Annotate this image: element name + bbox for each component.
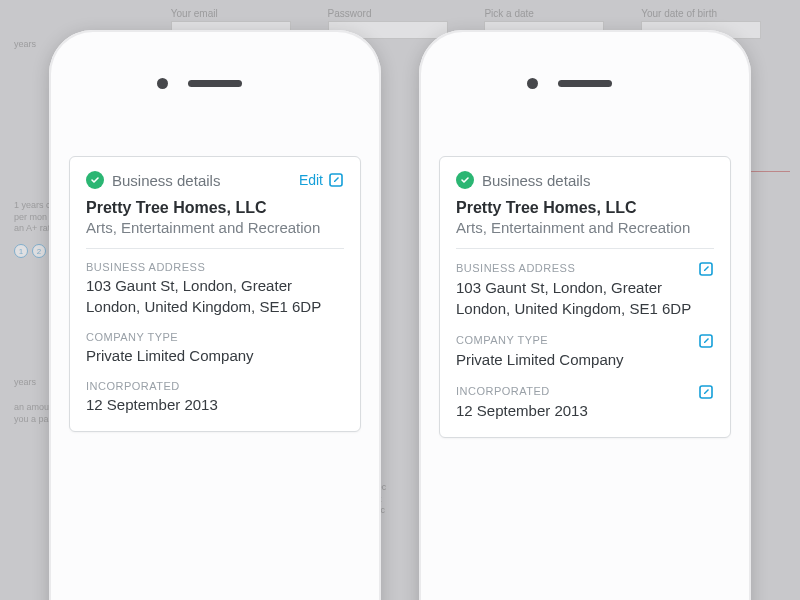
field-value: 12 September 2013 xyxy=(86,394,344,415)
business-name: Pretty Tree Homes, LLC xyxy=(456,199,714,217)
edit-button[interactable]: Edit xyxy=(299,172,344,188)
edit-icon xyxy=(698,384,714,400)
card-header: Business details xyxy=(456,171,714,199)
field-address: BUSINESS ADDRESS 103 Gaunt St, London, G… xyxy=(86,261,344,317)
phone-left: Business details Edit Pretty Tree Homes,… xyxy=(49,30,381,600)
card-title: Business details xyxy=(482,172,714,189)
field-label: COMPANY TYPE xyxy=(86,331,344,343)
field-label: BUSINESS ADDRESS xyxy=(86,261,344,273)
field-address: BUSINESS ADDRESS 103 Gaunt St, London, G… xyxy=(456,261,714,319)
business-name: Pretty Tree Homes, LLC xyxy=(86,199,344,217)
card-header: Business details Edit xyxy=(86,171,344,199)
phone-pair: Business details Edit Pretty Tree Homes,… xyxy=(0,0,800,600)
business-category: Arts, Entertainment and Recreation xyxy=(86,219,344,249)
field-value: Private Limited Company xyxy=(86,345,344,366)
edit-address-button[interactable] xyxy=(698,261,714,277)
field-label: INCORPORATED xyxy=(86,380,344,392)
field-incorporated: INCORPORATED 12 September 2013 xyxy=(86,380,344,415)
business-category: Arts, Entertainment and Recreation xyxy=(456,219,714,249)
check-circle-icon xyxy=(456,171,474,189)
field-incorporated: INCORPORATED 12 September 2013 xyxy=(456,384,714,421)
edit-company-type-button[interactable] xyxy=(698,333,714,349)
field-value: 103 Gaunt St, London, Greater London, Un… xyxy=(456,277,714,319)
business-details-card: Business details Edit Pretty Tree Homes,… xyxy=(69,156,361,432)
field-label: COMPANY TYPE xyxy=(456,334,548,346)
card-title: Business details xyxy=(112,172,291,189)
field-label: INCORPORATED xyxy=(456,385,550,397)
field-label: BUSINESS ADDRESS xyxy=(456,262,575,274)
check-circle-icon xyxy=(86,171,104,189)
edit-label: Edit xyxy=(299,172,323,188)
edit-icon xyxy=(698,333,714,349)
edit-icon xyxy=(328,172,344,188)
phone-right: Business details Pretty Tree Homes, LLC … xyxy=(419,30,751,600)
edit-icon xyxy=(698,261,714,277)
field-value: 12 September 2013 xyxy=(456,400,714,421)
field-value: Private Limited Company xyxy=(456,349,714,370)
field-value: 103 Gaunt St, London, Greater London, Un… xyxy=(86,275,344,317)
field-company-type: COMPANY TYPE Private Limited Company xyxy=(456,333,714,370)
field-company-type: COMPANY TYPE Private Limited Company xyxy=(86,331,344,366)
business-details-card: Business details Pretty Tree Homes, LLC … xyxy=(439,156,731,438)
edit-incorporated-button[interactable] xyxy=(698,384,714,400)
